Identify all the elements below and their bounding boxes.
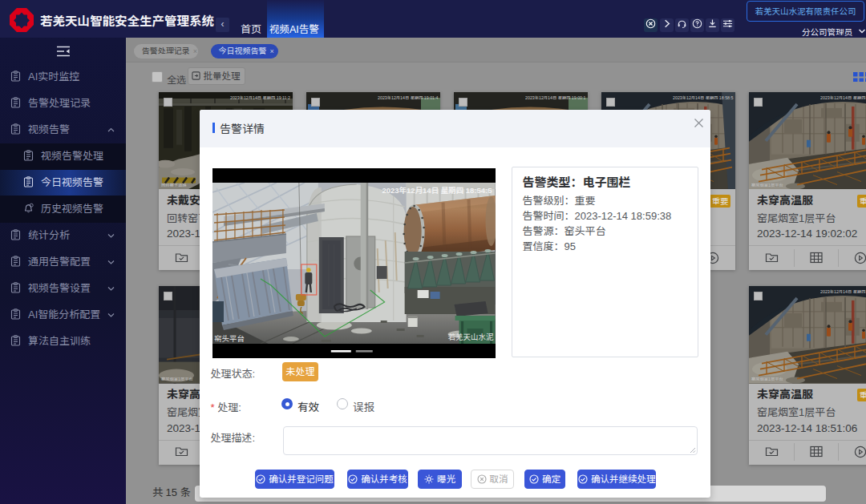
svg-text:2023年12月14日 星期四 18:54:5: 2023年12月14日 星期四 18:54:5 [382,186,493,195]
svg-text:若羌天山水泥: 若羌天山水泥 [448,332,494,341]
svg-text:窑头平台: 窑头平台 [214,333,245,342]
